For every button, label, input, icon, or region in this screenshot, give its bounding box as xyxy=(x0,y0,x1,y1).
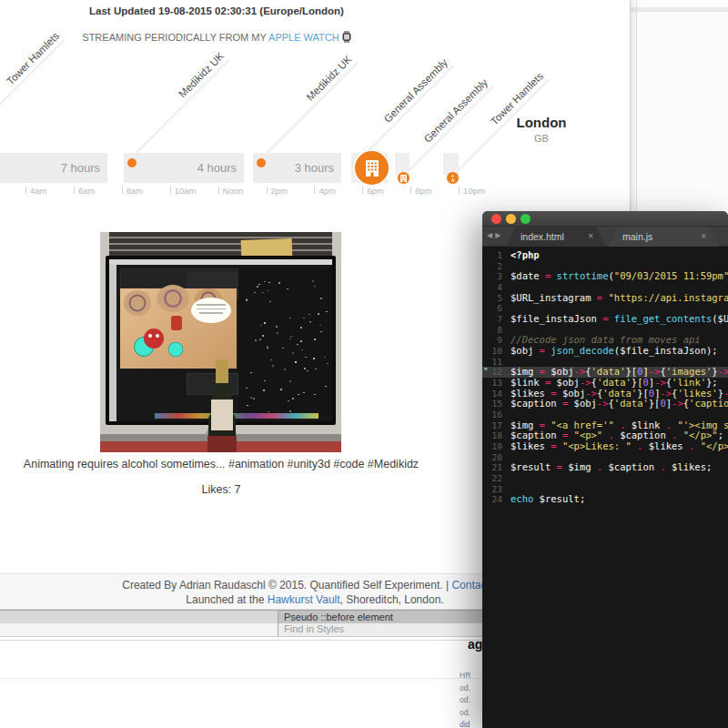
back-arrow-icon[interactable]: ◀ xyxy=(487,231,495,239)
code-line[interactable]: 10$obj = json_decode($file_instaJson); xyxy=(482,346,728,357)
venue-diagonal: Medikidz UK xyxy=(258,62,359,163)
code-line[interactable]: 3$date = strtotime("09/03/2015 11:59pm")… xyxy=(482,271,728,282)
tab-index-html[interactable]: index.html × xyxy=(506,227,606,247)
code-line[interactable]: 19$likes = "<p>Likes: " . $likes . "</p>… xyxy=(482,441,728,452)
code-line[interactable]: 21$result = $img . $caption . $likes; xyxy=(482,462,728,473)
segment-duration: 4 hours xyxy=(197,153,237,183)
code-line[interactable]: 7$file_instaJson = file_get_contents($UR… xyxy=(482,314,728,325)
line-number: 2 xyxy=(482,261,511,272)
line-number: 3 xyxy=(482,271,511,282)
walking-place-icon-small[interactable] xyxy=(446,171,460,185)
line-number: 24 xyxy=(482,494,511,505)
last-updated-text: Last Updated 19-08-2015 02:30:31 (Europe… xyxy=(0,5,433,16)
window-edge-divider xyxy=(636,0,637,213)
place-dot-icon xyxy=(257,158,266,167)
venue-label[interactable]: General Assembly xyxy=(382,56,450,124)
streaming-note: STREAMING PERIODICALLY FROM MY APPLE WAT… xyxy=(0,31,433,45)
building-place-icon[interactable] xyxy=(353,149,390,187)
line-number: 16 xyxy=(482,410,511,420)
segment-duration: 3 hours xyxy=(295,153,334,183)
close-tab-icon[interactable]: × xyxy=(588,227,593,247)
venue-label[interactable]: Medikidz UK xyxy=(305,54,354,103)
teal-cell xyxy=(167,341,184,358)
line-number: 18 xyxy=(482,430,511,441)
line-number: 8 xyxy=(482,325,511,336)
axis-label: 10pm xyxy=(463,186,485,196)
timeline-segment[interactable]: 3 hours xyxy=(253,153,341,183)
apple-watch-link[interactable]: APPLE WATCH xyxy=(268,32,339,43)
axis-tick xyxy=(170,187,171,194)
forward-arrow-icon[interactable]: ▶ xyxy=(495,231,503,239)
venue-diagonal: General Assembly xyxy=(363,66,454,157)
line-number: 4 xyxy=(482,282,511,293)
axis-tick xyxy=(362,187,363,194)
hawkurst-vault-link[interactable]: Hawkurst Vault xyxy=(268,593,340,606)
axis-tick xyxy=(122,187,123,194)
line-number: 1 xyxy=(482,250,511,261)
code-line[interactable]: 22 xyxy=(482,473,728,484)
code-speckle xyxy=(238,268,332,416)
tab-main-js[interactable]: main.js × xyxy=(608,227,719,247)
line-number: 14 xyxy=(482,389,511,399)
venue-diagonal: Medikidz UK xyxy=(126,58,231,163)
axis-tick xyxy=(410,187,411,194)
line-number: 5 xyxy=(482,293,511,304)
close-button[interactable] xyxy=(491,214,501,224)
axis-tick xyxy=(218,187,219,194)
line-number: 23 xyxy=(482,484,511,495)
close-tab-icon[interactable]: × xyxy=(701,227,706,247)
code-line[interactable]: 5$URL_instagram = "https://api.instagram… xyxy=(482,293,728,304)
screen-side-panel xyxy=(109,265,116,421)
line-number: 10 xyxy=(482,346,511,357)
footer-credit: Created By Adrian Raudaschl © 2015. Quan… xyxy=(122,579,451,592)
axis-tick xyxy=(459,187,460,194)
code-line[interactable]: 1<?php xyxy=(482,250,728,261)
tab-nav-arrows[interactable]: ◀▶ xyxy=(487,231,503,239)
red-suit-character xyxy=(171,316,182,330)
line-number: 7 xyxy=(482,314,511,325)
organic-blob xyxy=(124,290,151,316)
axis-tick xyxy=(314,187,315,194)
timeline-segment[interactable]: 4 hours xyxy=(124,153,244,183)
dock xyxy=(155,413,318,419)
character-eye xyxy=(156,334,159,338)
maximize-button[interactable] xyxy=(521,214,531,224)
organic-blob xyxy=(157,285,189,312)
axis-label: 2pm xyxy=(271,186,288,196)
editor-titlebar[interactable] xyxy=(482,211,728,227)
line-number: 15 xyxy=(482,399,511,410)
likes-count: Likes: 7 xyxy=(0,483,442,496)
axis-tick xyxy=(25,187,26,194)
location-city: London xyxy=(491,115,592,130)
axis-label: Noon xyxy=(223,186,244,196)
line-number: 22 xyxy=(482,473,511,484)
place-dot-icon xyxy=(127,158,136,167)
code-line[interactable]: 24echo $result; xyxy=(482,494,728,505)
streaming-prefix: STREAMING PERIODICALLY FROM MY xyxy=(82,32,268,43)
sublime-editor-window: ◀▶ index.html × main.js × 1<?php23$date … xyxy=(482,211,728,728)
line-number: 6 xyxy=(482,303,511,314)
venue-label[interactable]: Medikidz UK xyxy=(177,50,226,99)
line-number: 19 xyxy=(482,441,511,452)
axis-tick xyxy=(267,187,268,194)
speech-bubble xyxy=(191,298,231,323)
line-number: 17 xyxy=(482,420,511,431)
footer-launch-suffix: , Shoreditch, London. xyxy=(340,593,444,606)
code-line[interactable]: 15$caption = $obj->{'data'}[0]->{'captio… xyxy=(482,399,728,410)
location-country: GB xyxy=(491,133,592,144)
venue-diagonal: Tower Hamlets xyxy=(0,38,66,149)
line-number: 21 xyxy=(482,462,511,473)
time-axis: 4am6am8am10amNoon2pm4pm6pm8pm10pm xyxy=(0,186,510,200)
line-number: 13 xyxy=(482,378,511,389)
axis-label: 4am xyxy=(30,186,46,196)
axis-tick xyxy=(74,187,75,194)
building-place-icon-small[interactable] xyxy=(397,171,410,185)
window-blinds xyxy=(109,232,332,258)
instagram-photo[interactable] xyxy=(100,232,341,452)
axis-label: 8am xyxy=(126,186,143,196)
code-lines[interactable]: 1<?php23$date = strtotime("09/03/2015 11… xyxy=(482,247,728,728)
minimize-button[interactable] xyxy=(506,214,516,224)
red-character xyxy=(144,329,164,349)
line-number: 9 xyxy=(482,335,511,346)
timeline-segment[interactable]: 7 hours xyxy=(0,153,107,183)
